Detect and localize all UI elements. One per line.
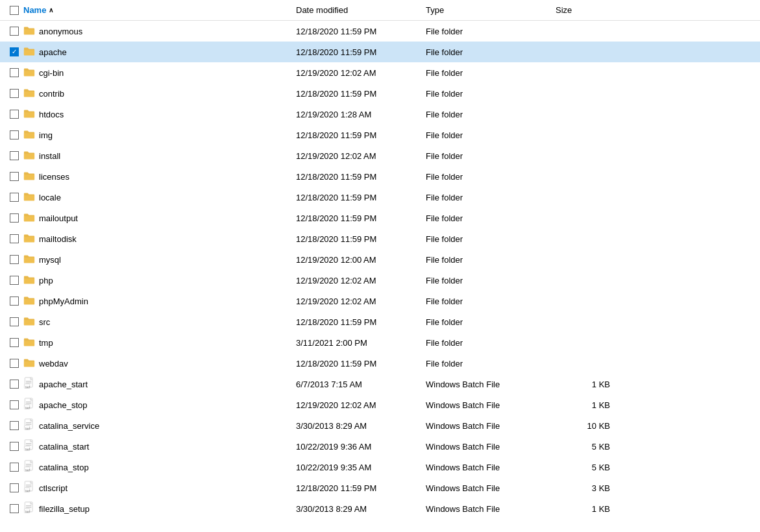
row-checkbox[interactable] xyxy=(5,276,23,285)
row-checkbox[interactable] xyxy=(5,130,23,139)
row-date-cell: 12/19/2020 12:02 AM xyxy=(296,68,426,78)
row-checkbox[interactable] xyxy=(5,296,23,306)
table-row[interactable]: anonymous 12/18/2020 11:59 PM File folde… xyxy=(0,21,760,42)
table-row[interactable]: install 12/19/2020 12:02 AM File folder xyxy=(0,145,760,166)
table-row[interactable]: phpMyAdmin 12/19/2020 12:02 AM File fold… xyxy=(0,291,760,311)
file-name: webdav xyxy=(39,359,68,369)
select-all-checkbox[interactable] xyxy=(5,6,23,15)
row-checkbox-box[interactable] xyxy=(10,296,19,306)
row-checkbox[interactable] xyxy=(5,483,23,492)
row-checkbox[interactable] xyxy=(5,213,23,223)
row-date-cell: 10/22/2019 9:36 AM xyxy=(296,442,426,452)
row-checkbox-box[interactable] xyxy=(10,151,19,160)
row-checkbox-box[interactable] xyxy=(10,110,19,119)
table-row[interactable]: mailtodisk 12/18/2020 11:59 PM File fold… xyxy=(0,228,760,249)
row-size-cell: 5 KB xyxy=(556,442,620,452)
row-checkbox-box[interactable] xyxy=(10,504,19,513)
row-checkbox[interactable] xyxy=(5,400,23,409)
row-checkbox-box[interactable] xyxy=(10,255,19,264)
row-checkbox-box[interactable] xyxy=(10,276,19,285)
table-row[interactable]: webdav 12/18/2020 11:59 PM File folder xyxy=(0,353,760,374)
table-row[interactable]: bat catalina_service 3/30/2013 8:29 AM W… xyxy=(0,415,760,436)
row-checkbox[interactable] xyxy=(5,193,23,202)
row-name-cell: bat catalina_service xyxy=(23,418,296,433)
row-checkbox[interactable] xyxy=(5,151,23,160)
row-checkbox-box[interactable] xyxy=(10,193,19,202)
table-row[interactable]: locale 12/18/2020 11:59 PM File folder xyxy=(0,187,760,208)
row-checkbox[interactable] xyxy=(5,27,23,36)
table-row[interactable]: htdocs 12/19/2020 1:28 AM File folder xyxy=(0,104,760,125)
row-checkbox-box[interactable] xyxy=(10,442,19,451)
row-checkbox-box[interactable] xyxy=(10,213,19,223)
row-name-cell: bat catalina_start xyxy=(23,439,296,454)
table-row[interactable]: mysql 12/19/2020 12:00 AM File folder xyxy=(0,249,760,270)
row-checkbox-box[interactable] xyxy=(10,27,19,36)
table-row[interactable]: img 12/18/2020 11:59 PM File folder xyxy=(0,125,760,145)
row-checkbox-box[interactable] xyxy=(10,172,19,181)
row-checkbox[interactable] xyxy=(5,504,23,513)
table-row[interactable]: bat catalina_stop 10/22/2019 9:35 AM Win… xyxy=(0,457,760,478)
row-checkbox[interactable] xyxy=(5,421,23,430)
table-row[interactable]: ✓ apache 12/18/2020 11:59 PM File folder xyxy=(0,42,760,62)
row-checkbox[interactable] xyxy=(5,359,23,368)
row-checkbox[interactable] xyxy=(5,380,23,389)
row-checkbox-box[interactable] xyxy=(10,483,19,492)
row-checkbox-box[interactable] xyxy=(10,317,19,326)
table-row[interactable]: mailoutput 12/18/2020 11:59 PM File fold… xyxy=(0,208,760,228)
row-checkbox[interactable] xyxy=(5,172,23,181)
row-checkbox[interactable] xyxy=(5,442,23,451)
row-checkbox-box[interactable]: ✓ xyxy=(10,47,19,56)
table-row[interactable]: bat apache_start 6/7/2013 7:15 AM Window… xyxy=(0,374,760,394)
column-header-name[interactable]: Name ∧ xyxy=(23,5,296,15)
column-header-size[interactable]: Size xyxy=(556,5,620,15)
row-checkbox-box[interactable] xyxy=(10,338,19,347)
folder-icon xyxy=(23,233,35,245)
row-checkbox-box[interactable] xyxy=(10,89,19,98)
row-name-cell: webdav xyxy=(23,357,296,370)
row-checkbox[interactable] xyxy=(5,68,23,77)
row-checkbox[interactable] xyxy=(5,463,23,472)
row-checkbox[interactable] xyxy=(5,234,23,243)
header-checkbox-box[interactable] xyxy=(10,6,19,15)
row-checkbox-box[interactable] xyxy=(10,68,19,77)
table-row[interactable]: cgi-bin 12/19/2020 12:02 AM File folder xyxy=(0,62,760,83)
row-type-cell: File folder xyxy=(426,110,556,119)
row-size-cell: 1 KB xyxy=(556,400,620,410)
table-row[interactable]: bat apache_stop 12/19/2020 12:02 AM Wind… xyxy=(0,394,760,415)
table-row[interactable]: php 12/19/2020 12:02 AM File folder xyxy=(0,270,760,291)
table-row[interactable]: tmp 3/11/2021 2:00 PM File folder xyxy=(0,332,760,353)
row-checkbox[interactable] xyxy=(5,110,23,119)
row-size-cell: 1 KB xyxy=(556,380,620,389)
table-row[interactable]: licenses 12/18/2020 11:59 PM File folder xyxy=(0,166,760,187)
row-checkbox[interactable] xyxy=(5,317,23,326)
svg-text:bat: bat xyxy=(25,509,31,513)
row-checkbox-box[interactable] xyxy=(10,400,19,409)
row-date-cell: 12/18/2020 11:59 PM xyxy=(296,130,426,140)
row-checkbox-box[interactable] xyxy=(10,463,19,472)
row-checkbox[interactable] xyxy=(5,89,23,98)
table-row[interactable]: bat filezilla_setup 3/30/2013 8:29 AM Wi… xyxy=(0,498,760,519)
row-type-cell: File folder xyxy=(426,359,556,369)
column-header-type[interactable]: Type xyxy=(426,5,556,15)
row-checkbox-box[interactable] xyxy=(10,234,19,243)
table-row[interactable]: src 12/18/2020 11:59 PM File folder xyxy=(0,311,760,332)
row-name-cell: cgi-bin xyxy=(23,67,296,79)
table-row[interactable]: bat ctlscript 12/18/2020 11:59 PM Window… xyxy=(0,478,760,498)
row-name-cell: phpMyAdmin xyxy=(23,295,296,308)
row-date-cell: 3/30/2013 8:29 AM xyxy=(296,504,426,514)
column-header-date[interactable]: Date modified xyxy=(296,5,426,15)
row-checkbox-box[interactable] xyxy=(10,421,19,430)
row-checkbox[interactable] xyxy=(5,255,23,264)
row-checkbox-box[interactable] xyxy=(10,359,19,368)
row-checkbox-box[interactable] xyxy=(10,130,19,139)
table-row[interactable]: bat catalina_start 10/22/2019 9:36 AM Wi… xyxy=(0,436,760,457)
row-name-cell: mysql xyxy=(23,254,296,266)
row-type-cell: File folder xyxy=(426,130,556,140)
row-type-cell: File folder xyxy=(426,172,556,182)
table-row[interactable]: contrib 12/18/2020 11:59 PM File folder xyxy=(0,83,760,104)
row-type-cell: Windows Batch File xyxy=(426,400,556,410)
row-checkbox[interactable] xyxy=(5,338,23,347)
row-checkbox[interactable]: ✓ xyxy=(5,47,23,56)
batch-file-icon: bat xyxy=(23,460,35,475)
row-checkbox-box[interactable] xyxy=(10,380,19,389)
